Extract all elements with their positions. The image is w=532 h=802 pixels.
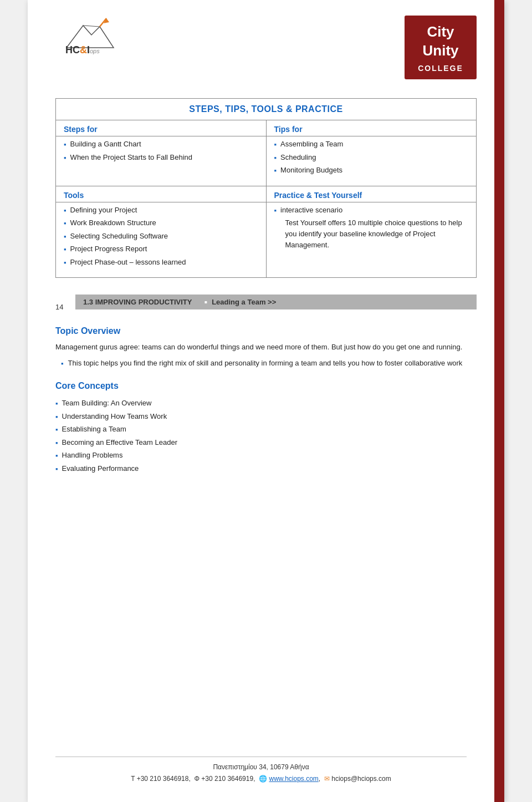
hci-logo-svg: HC&I ops HOTEL, CATERING & INSTITUTIONAL… xyxy=(55,16,155,54)
list-item: Building a Gantt Chart xyxy=(64,139,258,150)
steps-list: Building a Gantt Chart When the Project … xyxy=(64,139,258,163)
main-content: STEPS, TIPS, TOOLS & PRACTICE Steps for … xyxy=(28,93,504,487)
footer-fax: Φ +30 210 3646919 xyxy=(194,775,253,783)
list-item: Work Breakdown Structure xyxy=(64,217,258,229)
city-unity-logo: City Unity COLLEGE xyxy=(405,16,477,82)
page-number: 14 xyxy=(55,303,75,311)
footer-divider xyxy=(55,757,467,757)
footer-phone: T +30 210 3646918 xyxy=(131,775,188,783)
topic-bullet-text: This topic helps you find the right mix … xyxy=(68,358,463,369)
practice-header: Practice & Test Yourself xyxy=(266,186,477,202)
list-item: Understanding How Teams Work xyxy=(55,411,477,423)
section-bar-left-label: 1.3 IMPROVING PRODUCTIVITY xyxy=(75,295,200,309)
list-item: Monitoring Budgets xyxy=(274,165,469,176)
practice-list: interactive scenario xyxy=(274,205,469,216)
svg-text:Unity: Unity xyxy=(423,42,459,59)
core-concepts-list: Team Building: An Overview Understanding… xyxy=(55,398,477,474)
footer-web-icon: 🌐 xyxy=(259,775,267,783)
list-item: Becoming an Effective Team Leader xyxy=(55,437,477,449)
list-item: Project Phase-out – lessons learned xyxy=(64,257,258,268)
footer-email-icon: ✉ xyxy=(324,775,330,783)
section-bar-right-label: Leading a Team >> xyxy=(212,295,477,309)
list-item: Team Building: An Overview xyxy=(55,398,477,409)
footer: Πανεπιστημίου 34, 10679 Αθήνα T +30 210 … xyxy=(28,757,494,785)
topic-overview-title: Topic Overview xyxy=(55,326,477,336)
footer-address: Πανεπιστημίου 34, 10679 Αθήνα xyxy=(28,762,494,774)
footer-contact: T +30 210 3646918, Φ +30 210 3646919, 🌐 … xyxy=(28,773,494,785)
section-bar: 1.3 IMPROVING PRODUCTIVITY ▪ Leading a T… xyxy=(75,295,477,309)
list-item: When the Project Starts to Fall Behind xyxy=(64,152,258,164)
table-title: STEPS, TIPS, TOOLS & PRACTICE xyxy=(56,99,477,120)
page: HC&I ops HOTEL, CATERING & INSTITUTIONAL… xyxy=(28,0,504,802)
section-bar-dot: ▪ xyxy=(200,297,212,307)
tools-content: Defining your Project Work Breakdown Str… xyxy=(56,202,267,278)
list-item: Project Progress Report xyxy=(64,243,258,255)
topic-bullet-item: This topic helps you find the right mix … xyxy=(55,358,477,369)
list-item: Establishing a Team xyxy=(55,424,477,435)
footer-website-link[interactable]: www.hciops.com xyxy=(269,775,318,783)
topic-overview-paragraph: Management gurus agree: teams can do won… xyxy=(55,342,477,353)
practice-paragraph: Test Yourself offers 10 multiple choice … xyxy=(274,217,469,251)
tools-list: Defining your Project Work Breakdown Str… xyxy=(64,205,258,268)
list-item: Selecting Scheduling Software xyxy=(64,231,258,242)
tips-list: Assembling a Team Scheduling Monitoring … xyxy=(274,139,469,176)
list-item: Assembling a Team xyxy=(274,139,469,150)
steps-content: Building a Gantt Chart When the Project … xyxy=(56,136,267,186)
list-item: Handling Problems xyxy=(55,450,477,461)
svg-text:City: City xyxy=(427,23,454,40)
practice-content: interactive scenario Test Yourself offer… xyxy=(266,202,477,278)
core-concepts-title: Core Concepts xyxy=(55,381,477,391)
svg-text:COLLEGE: COLLEGE xyxy=(418,64,463,73)
tips-content: Assembling a Team Scheduling Monitoring … xyxy=(266,136,477,186)
footer-email: hciops@hciops.com xyxy=(331,775,391,783)
section-row: 14 1.3 IMPROVING PRODUCTIVITY ▪ Leading … xyxy=(55,295,477,319)
list-item: interactive scenario xyxy=(274,205,469,216)
list-item: Evaluating Performance xyxy=(55,463,477,475)
header: HC&I ops HOTEL, CATERING & INSTITUTIONAL… xyxy=(28,0,504,93)
svg-text:ops: ops xyxy=(90,48,100,54)
svg-marker-1 xyxy=(83,26,100,35)
tips-header: Tips for xyxy=(266,120,477,136)
city-unity-college-svg: City Unity COLLEGE xyxy=(405,16,477,79)
steps-header: Steps for xyxy=(56,120,267,136)
tools-header: Tools xyxy=(56,186,267,202)
list-item: Defining your Project xyxy=(64,205,258,216)
hci-logo: HC&I ops HOTEL, CATERING & INSTITUTIONAL… xyxy=(55,16,155,54)
list-item: Scheduling xyxy=(274,152,469,164)
sttp-table: STEPS, TIPS, TOOLS & PRACTICE Steps for … xyxy=(55,98,477,278)
svg-text:HC&I: HC&I xyxy=(65,44,90,54)
